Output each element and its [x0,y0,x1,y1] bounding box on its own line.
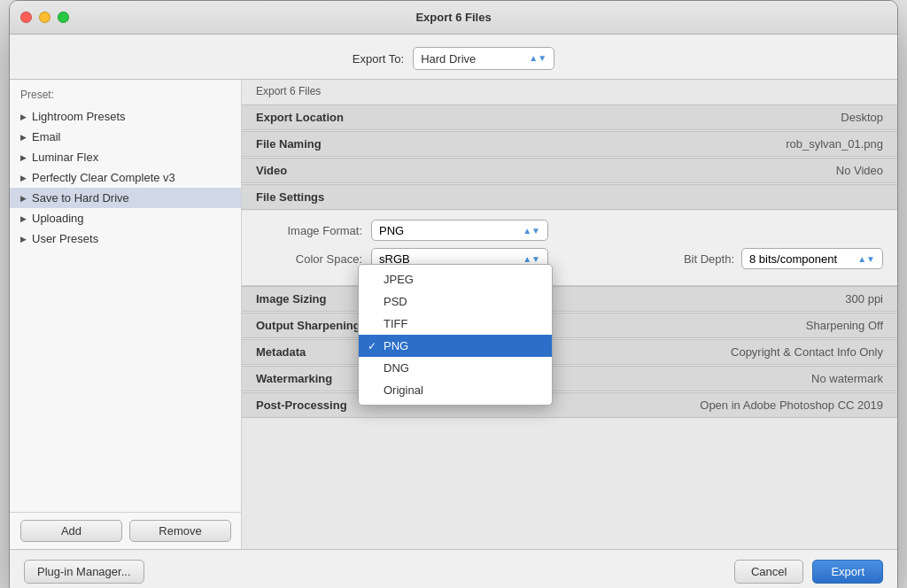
dropdown-label: Original [384,383,423,397]
select-arrows-icon: ▲▼ [523,226,540,236]
chevron-right-icon: ▶ [20,174,27,182]
sidebar: Preset: ▶ Lightroom Presets ▶ Email ▶ Lu… [10,80,242,549]
chevron-right-icon: ▶ [20,133,27,142]
section-value: Open in Adobe Photoshop CC 2019 [700,398,883,412]
bit-depth-select[interactable]: 8 bits/component ▲▼ [741,248,883,269]
sidebar-item-uploading[interactable]: ▶ Uploading [10,208,241,228]
image-format-row: Image Format: PNG ▲▼ [256,220,883,241]
dropdown-option-jpeg[interactable]: JPEG [359,268,552,290]
dropdown-option-tiff[interactable]: TIFF [359,313,552,335]
footer-bar: Plug-in Manager... Cancel Export [10,549,897,588]
panel-header: Export 6 Files [242,80,897,104]
section-value: Copyright & Contact Info Only [731,345,883,359]
section-value: rob_sylvan_01.png [786,137,883,151]
image-format-select[interactable]: PNG ▲▼ [371,220,548,241]
chevron-right-icon: ▶ [20,214,27,223]
dropdown-option-dng[interactable]: DNG [359,357,552,379]
titlebar: Export 6 Files [10,1,897,35]
section-value: Sharpening Off [806,319,883,332]
section-file-settings[interactable]: File Settings [242,184,897,210]
export-to-label: Export To: [353,52,404,66]
sidebar-item-perfectly-clear[interactable]: ▶ Perfectly Clear Complete v3 [10,167,241,188]
sidebar-item-lightroom-presets[interactable]: ▶ Lightroom Presets [10,106,241,127]
sidebar-label: Lightroom Presets [32,110,126,123]
sidebar-header: Preset: [10,85,241,106]
remove-preset-button[interactable]: Remove [129,520,231,542]
bit-depth-label: Bit Depth: [684,252,734,266]
chevron-right-icon: ▶ [20,153,27,162]
file-settings-content: Image Format: PNG ▲▼ Color Space: sRGB ▲… [242,211,897,286]
sidebar-item-luminar-flex[interactable]: ▶ Luminar Flex [10,147,241,167]
sidebar-footer: Add Remove [10,512,242,549]
dropdown-label: JPEG [384,273,414,286]
chevron-right-icon: ▶ [20,112,27,121]
select-arrows-icon: ▲▼ [857,254,875,264]
dropdown-label: PNG [384,339,408,352]
image-format-value: PNG [379,224,404,237]
section-post-processing[interactable]: Post-Processing Open in Adobe Photoshop … [242,392,897,418]
section-file-naming[interactable]: File Naming rob_sylvan_01.png [242,131,897,157]
add-preset-button[interactable]: Add [20,520,122,542]
color-space-label: Color Space: [256,252,362,266]
sidebar-label: Luminar Flex [32,151,98,164]
section-title: Metadata [256,345,306,359]
section-title: File Naming [256,137,322,151]
dropdown-label: TIFF [384,317,407,330]
export-to-select[interactable]: Hard Drive ▲▼ [413,47,554,70]
export-button[interactable]: Export [812,560,883,584]
section-title: Output Sharpening [256,319,360,332]
sidebar-label: Perfectly Clear Complete v3 [32,171,175,184]
minimize-button[interactable] [39,12,50,23]
sidebar-label: Uploading [32,212,84,225]
dropdown-option-png[interactable]: ✓ PNG [359,335,552,357]
section-image-sizing[interactable]: Image Sizing 300 ppi [242,286,897,312]
sidebar-label: Email [32,130,61,143]
window-controls [20,12,69,23]
sidebar-item-email[interactable]: ▶ Email [10,127,241,147]
sidebar-label: User Presets [32,232,98,245]
dropdown-option-original[interactable]: Original [359,379,552,401]
section-title: Image Sizing [256,292,326,306]
checkmark-icon: ✓ [368,340,376,352]
cancel-button[interactable]: Cancel [734,560,803,584]
section-title: Video [256,164,287,177]
dropdown-label: DNG [384,361,409,375]
section-value: 300 ppi [845,292,883,306]
image-format-dropdown: JPEG PSD TIFF ✓ PNG DNG Original [358,264,553,406]
window-title: Export 6 Files [415,11,491,24]
close-button[interactable] [20,12,32,23]
sidebar-label: Save to Hard Drive [32,191,129,205]
chevron-right-icon: ▶ [20,235,27,244]
image-format-label: Image Format: [256,224,362,237]
dropdown-label: PSD [384,295,407,308]
chevron-right-icon: ▶ [20,194,27,203]
sidebar-item-user-presets[interactable]: ▶ User Presets [10,228,241,249]
section-value: No Video [836,164,883,177]
right-panel: Export 6 Files Export Location Desktop F… [242,80,897,549]
export-to-value: Hard Drive [421,52,476,66]
dropdown-option-psd[interactable]: PSD [359,290,552,313]
section-watermarking[interactable]: Watermarking No watermark [242,366,897,391]
section-title: Watermarking [256,372,332,385]
select-arrows-icon: ▲▼ [523,254,540,264]
select-arrows-icon: ▲▼ [529,54,547,63]
section-video[interactable]: Video No Video [242,158,897,183]
footer-right-actions: Cancel Export [734,560,883,584]
sidebar-item-save-to-hard-drive[interactable]: ▶ Save to Hard Drive [10,188,241,208]
bit-depth-group: Bit Depth: 8 bits/component ▲▼ [684,248,883,269]
section-value: No watermark [811,372,883,385]
color-space-row: Color Space: sRGB ▲▼ Bit Depth: 8 bits/c… [256,248,883,269]
export-to-bar: Export To: Hard Drive ▲▼ [10,35,897,79]
plugin-manager-button[interactable]: Plug-in Manager... [24,560,144,584]
section-title: Post-Processing [256,398,347,412]
bit-depth-value: 8 bits/component [749,252,837,266]
section-output-sharpening[interactable]: Output Sharpening Sharpening Off [242,313,897,338]
section-value: Desktop [841,111,883,124]
section-title: File Settings [256,190,324,204]
maximize-button[interactable] [58,12,69,23]
main-window: Export 6 Files Export To: Hard Drive ▲▼ … [9,0,898,588]
section-export-location[interactable]: Export Location Desktop [242,104,897,130]
section-title: Export Location [256,111,344,124]
section-metadata[interactable]: Metadata Copyright & Contact Info Only [242,339,897,365]
